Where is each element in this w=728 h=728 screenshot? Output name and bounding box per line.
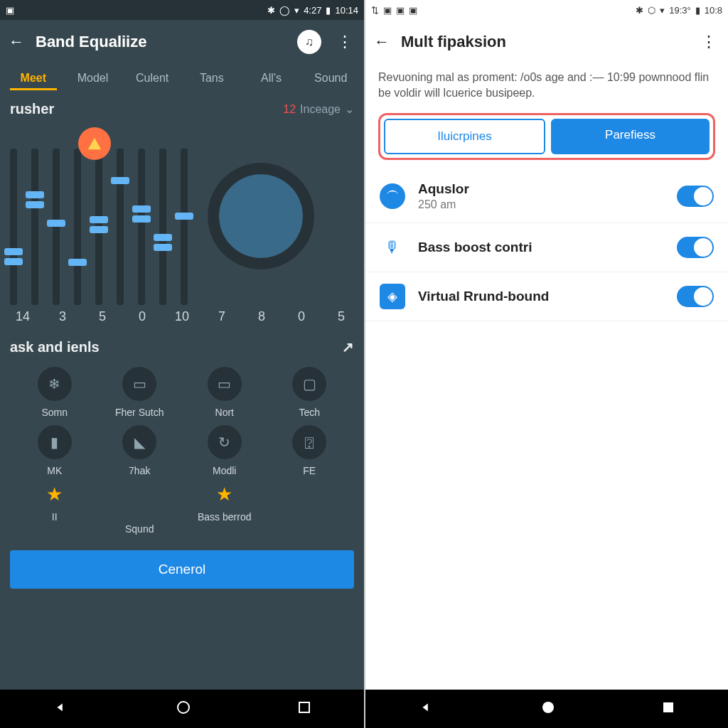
eq-slider[interactable] <box>74 149 81 305</box>
notif-icon: ▣ <box>383 5 392 16</box>
preset-item[interactable]: ◣7hak <box>100 425 181 476</box>
nav-home-icon[interactable] <box>541 700 555 717</box>
eq-slider[interactable] <box>159 149 166 305</box>
preset-label: Bass berrod <box>198 511 251 523</box>
eq-slider[interactable] <box>138 149 145 305</box>
preset-icon: ↻ <box>208 425 242 459</box>
preset-item[interactable]: ★II <box>14 483 95 535</box>
row-virtual-surround[interactable]: ◈ Virtual Rrund-bound <box>365 272 728 321</box>
nav-recent-icon[interactable] <box>662 701 675 717</box>
nav-back-icon[interactable] <box>53 700 69 718</box>
preset-item[interactable]: ★Bass berrod <box>184 483 265 535</box>
chevron-down-icon[interactable]: ⌄ <box>345 102 354 116</box>
scale-value: 7 <box>209 309 235 324</box>
preset-icon: ▮ <box>38 425 72 459</box>
toggle-switch[interactable] <box>677 237 714 258</box>
preset-label: Tech <box>299 407 320 418</box>
slider-thumb[interactable] <box>111 177 129 184</box>
preset-item[interactable]: ▭Nort <box>184 367 265 418</box>
toggle-switch[interactable] <box>677 186 714 207</box>
preset-item[interactable]: ▮MK <box>14 425 95 476</box>
tab-meet[interactable]: Meet <box>4 72 63 85</box>
equalizer-panel <box>0 120 364 305</box>
scale-value: 0 <box>129 309 155 324</box>
tab-alls[interactable]: All's <box>242 72 301 85</box>
nav-bar <box>0 690 364 728</box>
slider-thumb[interactable] <box>90 216 108 223</box>
slider-thumb[interactable] <box>26 191 44 198</box>
back-icon[interactable]: ← <box>9 33 24 51</box>
eq-slider[interactable] <box>53 149 60 305</box>
clock-2: 10:14 <box>335 5 358 16</box>
svg-point-2 <box>542 702 554 713</box>
back-icon[interactable]: ← <box>374 33 390 51</box>
scale-value: 5 <box>90 309 115 324</box>
preset-label: 7hak <box>129 465 150 476</box>
preset-label: Sqund <box>125 523 154 535</box>
preset-icon: ▢ <box>292 367 326 401</box>
row-bass-boost[interactable]: 🎙 Bass boost contri <box>365 223 728 272</box>
nav-recent-icon[interactable] <box>298 701 311 717</box>
mic-icon: 🎙 <box>380 235 405 260</box>
warning-icon <box>78 127 111 160</box>
notif-icon: ▣ <box>6 5 16 15</box>
preset-item[interactable]: ⍰FE <box>269 425 350 476</box>
nav-home-icon[interactable] <box>176 700 191 717</box>
preset-item[interactable]: ▭Fher Sutch <box>100 367 181 418</box>
preset-badge: 12 <box>283 103 296 116</box>
eq-slider[interactable] <box>31 149 38 305</box>
scale-value: 10 <box>169 309 195 324</box>
overflow-menu-icon[interactable]: ⋮ <box>333 33 355 51</box>
slider-thumb[interactable] <box>154 234 172 241</box>
slider-thumb[interactable] <box>68 259 87 266</box>
snowflake-icon: ✱ <box>267 5 275 16</box>
app-bar: ← Mult fipaksion ⋮ <box>365 20 728 64</box>
notif-icon: ▣ <box>409 5 417 16</box>
nav-back-icon[interactable] <box>419 700 434 718</box>
preset-item[interactable]: ↻Modli <box>184 425 265 476</box>
overflow-menu-icon[interactable]: ⋮ <box>697 33 719 51</box>
preset-label: II <box>52 511 58 523</box>
scale-value: 14 <box>10 309 36 324</box>
row-title: Virtual Rrund-bound <box>418 289 664 304</box>
primary-button[interactable]: Cenerol <box>10 550 354 589</box>
svg-rect-3 <box>663 702 673 712</box>
preset-label: FE <box>303 465 316 476</box>
svg-rect-1 <box>299 702 309 712</box>
preset-mode: Inceage <box>300 103 341 116</box>
slider-thumb[interactable] <box>4 248 23 255</box>
tab-culent[interactable]: Culent <box>123 72 181 85</box>
row-subtitle: 250 am <box>418 198 664 211</box>
clock-2: 10:8 <box>705 5 722 16</box>
slider-thumb[interactable] <box>132 205 151 213</box>
row-title: Bass boost contri <box>418 240 664 255</box>
slider-thumb[interactable] <box>47 220 65 227</box>
gain-knob[interactable] <box>208 163 314 269</box>
tab-tans[interactable]: Tans <box>183 72 241 85</box>
clock-1: 19:3° <box>669 5 691 16</box>
star-icon: ★ <box>46 483 63 505</box>
eq-slider[interactable] <box>10 149 17 305</box>
slider-thumb[interactable] <box>175 213 193 220</box>
segment-b[interactable]: Parefiess <box>551 119 710 154</box>
band-scale: 14350107805 <box>0 305 364 331</box>
expand-icon[interactable]: ↗ <box>342 338 354 355</box>
status-bar: ⇅ ▣ ▣ ▣ ✱ ⬡ ▾ 19:3° ▮ 10:8 <box>365 0 728 20</box>
music-action[interactable]: ♫ <box>297 30 321 54</box>
eq-slider[interactable] <box>95 149 102 305</box>
segment-a[interactable]: Iluicrpines <box>384 119 545 154</box>
row-aquslor[interactable]: ⏜ Aquslor 250 am <box>365 170 728 223</box>
preset-item[interactable]: ❄Somn <box>14 367 95 418</box>
preset-item[interactable]: ▢Tech <box>269 367 350 418</box>
tab-model[interactable]: Model <box>64 72 122 85</box>
preset-item[interactable]: Sqund <box>100 483 181 535</box>
preset-icon: ▭ <box>122 367 156 401</box>
preset-icon: ❄ <box>38 367 72 401</box>
eq-slider[interactable] <box>117 149 124 305</box>
settings-screen: ⇅ ▣ ▣ ▣ ✱ ⬡ ▾ 19:3° ▮ 10:8 ← Mult fipaks… <box>364 0 728 728</box>
toggle-switch[interactable] <box>677 286 714 307</box>
preset-label: Modli <box>213 465 236 476</box>
eq-slider[interactable] <box>181 149 188 305</box>
scale-value: 0 <box>289 309 314 324</box>
tab-sound[interactable]: Sound <box>301 72 360 85</box>
